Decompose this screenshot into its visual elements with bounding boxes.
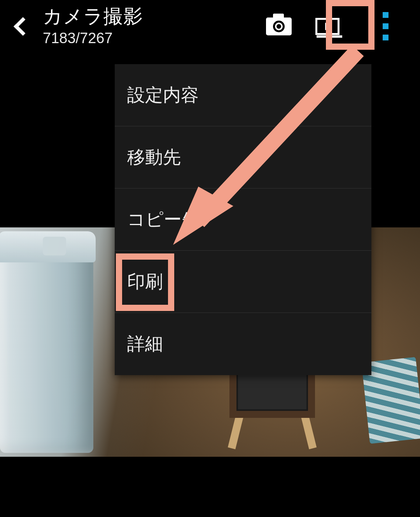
chevron-left-icon <box>14 17 32 35</box>
annotation-highlight-overflow <box>326 0 374 50</box>
title-block: カメラ撮影 7183/7267 <box>43 5 143 47</box>
menu-item-details[interactable]: 詳細 <box>115 313 371 375</box>
vertical-dots-icon <box>383 12 388 40</box>
annotation-highlight-print <box>116 253 174 311</box>
photo-content <box>0 231 93 453</box>
menu-item-move-to[interactable]: 移動先 <box>115 126 371 189</box>
menu-item-settings[interactable]: 設定内容 <box>115 64 371 126</box>
menu-item-label: 移動先 <box>127 145 181 169</box>
menu-item-label: コピー先 <box>127 208 200 232</box>
menu-item-copy-to[interactable]: コピー先 <box>115 189 371 251</box>
camera-icon <box>266 17 292 35</box>
camera-button[interactable] <box>265 13 292 40</box>
photo-counter: 7183/7267 <box>43 30 143 47</box>
overflow-menu: 設定内容 移動先 コピー先 印刷 詳細 <box>115 64 371 375</box>
menu-item-label: 詳細 <box>127 332 163 356</box>
page-title: カメラ撮影 <box>43 5 143 28</box>
back-button[interactable] <box>0 0 43 52</box>
menu-caret-icon <box>341 59 352 64</box>
menu-item-label: 設定内容 <box>127 83 199 107</box>
